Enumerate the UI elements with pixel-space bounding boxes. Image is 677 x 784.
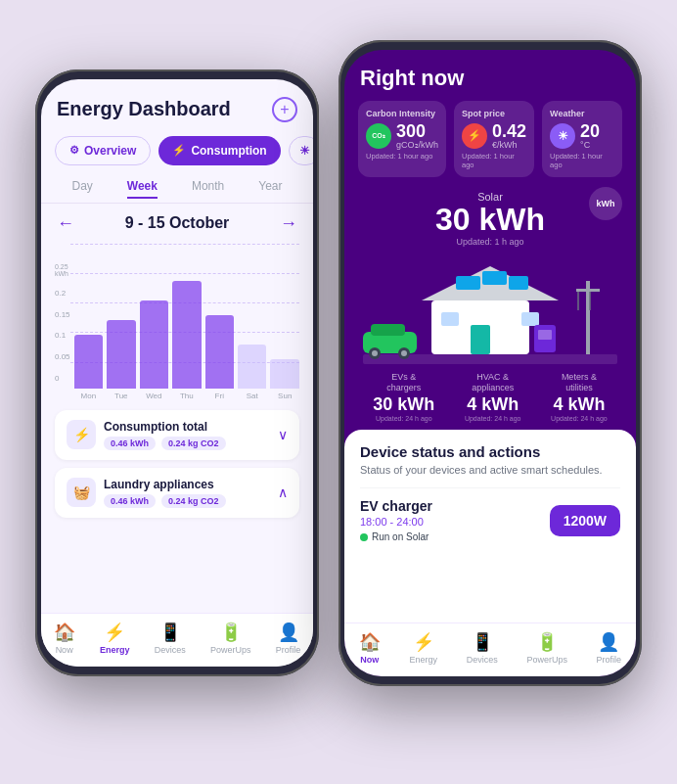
tab-year[interactable]: Year bbox=[258, 179, 282, 199]
energy-breakdown: EVs &chargers 30 kWh Updated: 24 h ago H… bbox=[344, 364, 636, 430]
stats-section: ⚡ Consumption total 0.46 kWh 0.24 kg CO2… bbox=[41, 400, 313, 528]
stat-title-2: Laundry appliances bbox=[104, 478, 226, 491]
weather-icon: ☀ bbox=[558, 129, 568, 143]
nav-devices[interactable]: 📱 Devices bbox=[155, 622, 186, 655]
bar-thu-label: Thu bbox=[180, 392, 194, 400]
left-phone-content: Energy Dashboard + ⚙ Overview ⚡ Consumpt… bbox=[41, 79, 313, 667]
stat-badges-2: 0.46 kWh 0.24 kg CO2 bbox=[104, 494, 226, 508]
right-nav-profile[interactable]: 👤 Profile bbox=[597, 631, 622, 665]
prev-date-button[interactable]: ← bbox=[57, 213, 74, 234]
right-nav-energy[interactable]: ⚡ Energy bbox=[410, 631, 438, 665]
date-navigation: ← 9 - 15 October → bbox=[41, 204, 313, 244]
right-nav-powerups[interactable]: 🔋 PowerUps bbox=[526, 631, 567, 665]
next-date-button[interactable]: → bbox=[280, 213, 297, 234]
bar-thu-fill bbox=[172, 281, 201, 389]
device-row-ev: EV charger 18:00 - 24:00 Run on Solar 12… bbox=[360, 487, 620, 552]
tab-week[interactable]: Week bbox=[127, 179, 158, 199]
tab-month[interactable]: Month bbox=[192, 179, 224, 199]
right-nav-energy-label: Energy bbox=[410, 655, 438, 665]
main-tabs: ⚙ Overview ⚡ Consumption ☀ bbox=[41, 130, 313, 171]
kwh-badge: kWh bbox=[589, 187, 622, 220]
metric-carbon-title: Carbon Intensity bbox=[366, 109, 438, 118]
metric-carbon-value: 300 bbox=[396, 122, 438, 140]
device-left: EV charger 18:00 - 24:00 Run on Solar bbox=[360, 498, 432, 542]
svg-point-14 bbox=[401, 350, 407, 356]
stat-consumption-total[interactable]: ⚡ Consumption total 0.46 kWh 0.24 kg CO2… bbox=[55, 410, 299, 460]
metric-carbon-icon-row: CO₂ 300 gCO₂/kWh bbox=[366, 122, 438, 150]
right-nav-profile-icon: 👤 bbox=[598, 631, 619, 653]
right-nav-profile-label: Profile bbox=[597, 655, 622, 665]
energy-item-ev: EVs &chargers 30 kWh Updated: 24 h ago bbox=[373, 372, 434, 422]
tab-overview[interactable]: ⚙ Overview bbox=[55, 136, 151, 165]
energy-ev-label: EVs &chargers bbox=[373, 372, 434, 394]
bar-sat-label: Sat bbox=[247, 392, 258, 400]
nav-energy-label: Energy bbox=[100, 645, 130, 655]
tab-extra[interactable]: ☀ bbox=[289, 136, 313, 165]
bar-wed: Wed bbox=[140, 263, 168, 400]
energy-hvac-label: HVAC &appliances bbox=[465, 372, 521, 394]
right-nav-now-icon: 🏠 bbox=[359, 631, 381, 653]
tab-overview-label: Overview bbox=[84, 144, 136, 158]
solar-label: Solar bbox=[354, 191, 626, 203]
add-button[interactable]: + bbox=[272, 97, 297, 122]
bar-sun-label: Sun bbox=[278, 392, 292, 400]
metric-carbon-values: 300 gCO₂/kWh bbox=[396, 122, 438, 150]
bar-tue: Tue bbox=[107, 263, 135, 400]
metric-spot-title: Spot price bbox=[462, 109, 526, 118]
right-nav-devices[interactable]: 📱 Devices bbox=[467, 631, 498, 665]
metric-weather-title: Weather bbox=[550, 109, 614, 118]
svg-rect-6 bbox=[471, 325, 490, 354]
device-status: Run on Solar bbox=[360, 531, 432, 542]
y-label-5: 0.25kWh bbox=[55, 263, 70, 277]
metric-spot-updated: Updated: 1 hour ago bbox=[462, 152, 526, 169]
grid-line-1 bbox=[70, 244, 299, 245]
right-phone-content: Right now Carbon Intensity CO₂ 300 bbox=[344, 50, 636, 676]
left-phone-screen: Energy Dashboard + ⚙ Overview ⚡ Consumpt… bbox=[41, 79, 313, 667]
extra-icon: ☀ bbox=[299, 144, 310, 158]
stat-chevron-up[interactable]: ∧ bbox=[278, 484, 288, 500]
metric-weather-updated: Updated: 1 hour ago bbox=[550, 152, 614, 169]
metrics-row: Carbon Intensity CO₂ 300 gCO₂/kWh Update… bbox=[344, 101, 636, 187]
nav-profile[interactable]: 👤 Profile bbox=[276, 622, 301, 655]
energy-item-meters: Meters &utilities 4 kWh Updated: 24 h ag… bbox=[551, 372, 608, 422]
dashboard-title: Energy Dashboard bbox=[57, 98, 231, 120]
bar-mon: Mon bbox=[74, 263, 103, 400]
stat-title: Consumption total bbox=[104, 420, 226, 434]
solar-updated: Updated: 1 h ago bbox=[354, 237, 626, 247]
metric-spot-icon-row: ⚡ 0.42 €/kWh bbox=[462, 122, 526, 150]
bar-mon-label: Mon bbox=[81, 392, 97, 400]
stat-badge-kwh-2: 0.46 kWh bbox=[104, 494, 156, 508]
y-label-1: 0.05 bbox=[55, 353, 70, 361]
stat-icon-energy: ⚡ bbox=[67, 420, 96, 449]
metric-weather-values: 20 °C bbox=[580, 122, 600, 150]
stat-info-2: Laundry appliances 0.46 kWh 0.24 kg CO2 bbox=[104, 478, 226, 508]
metric-weather-value: 20 bbox=[580, 122, 600, 140]
right-phone: Right now Carbon Intensity CO₂ 300 bbox=[338, 40, 642, 686]
nav-powerups-icon: 🔋 bbox=[220, 622, 242, 643]
right-nav-energy-icon: ⚡ bbox=[413, 631, 434, 653]
energy-item-hvac: HVAC &appliances 4 kWh Updated: 24 h ago bbox=[465, 372, 521, 422]
stat-chevron-down[interactable]: ∨ bbox=[278, 427, 288, 442]
nav-energy[interactable]: ⚡ Energy bbox=[100, 622, 130, 655]
stat-badge-co2: 0.24 kg CO2 bbox=[161, 437, 226, 450]
bar-thu: Thu bbox=[172, 263, 201, 400]
right-nav-powerups-label: PowerUps bbox=[526, 655, 567, 665]
tab-day[interactable]: Day bbox=[71, 179, 92, 199]
right-nav-now[interactable]: 🏠 Now bbox=[359, 631, 381, 665]
metric-weather: Weather ☀ 20 °C Updated: 1 hour ago bbox=[542, 101, 622, 177]
period-tabs: Day Week Month Year bbox=[41, 171, 313, 204]
tab-consumption[interactable]: ⚡ Consumption bbox=[158, 136, 280, 165]
house-svg bbox=[363, 252, 617, 364]
device-name: EV charger bbox=[360, 498, 432, 514]
energy-ev-updated: Updated: 24 h ago bbox=[373, 415, 434, 422]
stat-laundry[interactable]: 🧺 Laundry appliances 0.46 kWh 0.24 kg CO… bbox=[55, 468, 299, 518]
svg-rect-8 bbox=[521, 312, 539, 326]
energy-hvac-value: 4 kWh bbox=[465, 394, 521, 415]
bar-mon-fill bbox=[74, 335, 103, 389]
co2-icon: CO₂ bbox=[372, 132, 385, 140]
nav-now[interactable]: 🏠 Now bbox=[54, 622, 75, 655]
metric-weather-circle: ☀ bbox=[550, 123, 575, 149]
stat-icon-laundry: 🧺 bbox=[67, 478, 96, 507]
nav-powerups[interactable]: 🔋 PowerUps bbox=[210, 622, 251, 655]
device-status-label: Run on Solar bbox=[372, 531, 429, 542]
